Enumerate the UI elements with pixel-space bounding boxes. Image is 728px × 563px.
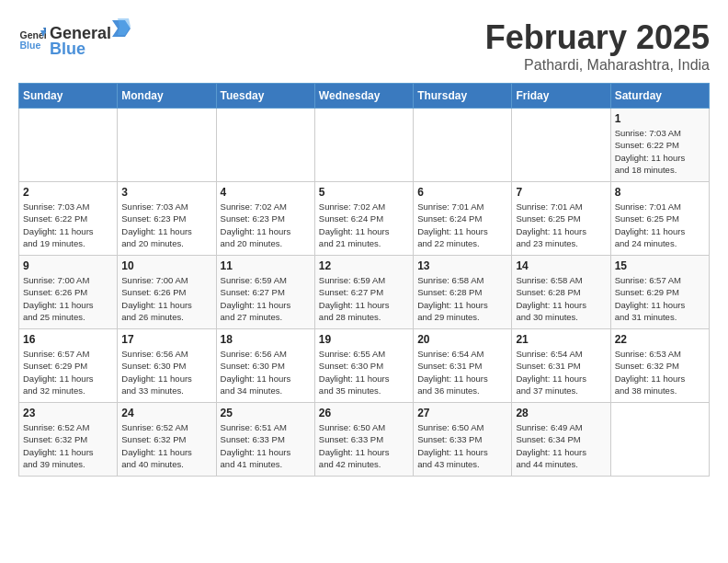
calendar-cell: 28Sunrise: 6:49 AM Sunset: 6:34 PM Dayli… xyxy=(512,403,610,477)
day-info: Sunrise: 6:56 AM Sunset: 6:30 PM Dayligh… xyxy=(121,348,211,396)
day-number: 14 xyxy=(516,259,606,272)
day-number: 7 xyxy=(516,186,606,199)
day-number: 9 xyxy=(23,259,113,272)
day-info: Sunrise: 7:00 AM Sunset: 6:26 PM Dayligh… xyxy=(23,274,113,323)
day-info: Sunrise: 6:57 AM Sunset: 6:29 PM Dayligh… xyxy=(23,348,113,396)
calendar-table: SundayMondayTuesdayWednesdayThursdayFrid… xyxy=(18,83,710,477)
day-number: 16 xyxy=(23,333,113,346)
svg-marker-5 xyxy=(118,18,131,35)
title-section: February 2025 Pathardi, Maharashtra, Ind… xyxy=(485,18,710,74)
day-info: Sunrise: 6:50 AM Sunset: 6:33 PM Dayligh… xyxy=(319,421,409,470)
day-number: 22 xyxy=(615,333,705,346)
weekday-header-monday: Monday xyxy=(118,84,216,109)
day-info: Sunrise: 6:57 AM Sunset: 6:29 PM Dayligh… xyxy=(615,274,705,323)
day-number: 27 xyxy=(417,407,507,419)
calendar-cell xyxy=(610,403,709,477)
calendar-cell: 17Sunrise: 6:56 AM Sunset: 6:30 PM Dayli… xyxy=(118,329,216,403)
day-info: Sunrise: 6:53 AM Sunset: 6:32 PM Dayligh… xyxy=(615,348,705,396)
calendar-cell: 3Sunrise: 7:03 AM Sunset: 6:23 PM Daylig… xyxy=(118,182,216,256)
calendar-cell: 11Sunrise: 6:59 AM Sunset: 6:27 PM Dayli… xyxy=(216,256,314,329)
day-number: 19 xyxy=(319,333,409,346)
weekday-header-row: SundayMondayTuesdayWednesdayThursdayFrid… xyxy=(19,84,710,109)
calendar-cell: 12Sunrise: 6:59 AM Sunset: 6:27 PM Dayli… xyxy=(314,256,413,329)
calendar-cell xyxy=(216,109,314,182)
calendar-cell xyxy=(414,109,512,182)
day-number: 4 xyxy=(221,186,311,199)
weekday-header-thursday: Thursday xyxy=(414,84,512,109)
logo-icon: General Blue xyxy=(18,25,46,52)
calendar-cell: 15Sunrise: 6:57 AM Sunset: 6:29 PM Dayli… xyxy=(610,256,709,329)
day-number: 26 xyxy=(319,407,409,419)
calendar-cell: 4Sunrise: 7:02 AM Sunset: 6:23 PM Daylig… xyxy=(216,182,314,256)
day-info: Sunrise: 6:59 AM Sunset: 6:27 PM Dayligh… xyxy=(221,274,311,323)
logo: General Blue General Blue xyxy=(18,18,131,59)
day-info: Sunrise: 6:56 AM Sunset: 6:30 PM Dayligh… xyxy=(221,348,311,396)
calendar-cell: 22Sunrise: 6:53 AM Sunset: 6:32 PM Dayli… xyxy=(610,329,709,403)
calendar-cell: 25Sunrise: 6:51 AM Sunset: 6:33 PM Dayli… xyxy=(216,403,314,477)
day-number: 5 xyxy=(319,186,409,199)
calendar-cell: 18Sunrise: 6:56 AM Sunset: 6:30 PM Dayli… xyxy=(216,329,314,403)
day-info: Sunrise: 7:02 AM Sunset: 6:23 PM Dayligh… xyxy=(221,201,311,249)
week-row-2: 2Sunrise: 7:03 AM Sunset: 6:22 PM Daylig… xyxy=(19,182,710,256)
calendar-cell: 20Sunrise: 6:54 AM Sunset: 6:31 PM Dayli… xyxy=(414,329,512,403)
calendar-cell xyxy=(118,109,216,182)
calendar-cell: 10Sunrise: 7:00 AM Sunset: 6:26 PM Dayli… xyxy=(118,256,216,329)
day-info: Sunrise: 7:01 AM Sunset: 6:25 PM Dayligh… xyxy=(615,201,705,249)
day-number: 2 xyxy=(23,186,113,199)
day-info: Sunrise: 6:51 AM Sunset: 6:33 PM Dayligh… xyxy=(221,421,311,470)
day-number: 21 xyxy=(516,333,606,346)
day-info: Sunrise: 6:49 AM Sunset: 6:34 PM Dayligh… xyxy=(516,421,606,470)
day-number: 6 xyxy=(417,186,507,199)
calendar-cell: 14Sunrise: 6:58 AM Sunset: 6:28 PM Dayli… xyxy=(512,256,610,329)
calendar-cell: 23Sunrise: 6:52 AM Sunset: 6:32 PM Dayli… xyxy=(19,403,118,477)
day-info: Sunrise: 6:59 AM Sunset: 6:27 PM Dayligh… xyxy=(319,274,409,323)
day-info: Sunrise: 7:00 AM Sunset: 6:26 PM Dayligh… xyxy=(121,274,211,323)
day-info: Sunrise: 7:03 AM Sunset: 6:22 PM Dayligh… xyxy=(615,127,705,176)
day-number: 12 xyxy=(319,259,409,272)
month-title: February 2025 xyxy=(485,18,710,57)
day-info: Sunrise: 6:54 AM Sunset: 6:31 PM Dayligh… xyxy=(516,348,606,396)
calendar-cell: 16Sunrise: 6:57 AM Sunset: 6:29 PM Dayli… xyxy=(19,329,118,403)
day-info: Sunrise: 6:52 AM Sunset: 6:32 PM Dayligh… xyxy=(121,421,211,470)
calendar-cell xyxy=(314,109,413,182)
week-row-1: 1Sunrise: 7:03 AM Sunset: 6:22 PM Daylig… xyxy=(19,109,710,182)
calendar-cell: 1Sunrise: 7:03 AM Sunset: 6:22 PM Daylig… xyxy=(610,109,709,182)
calendar-cell: 21Sunrise: 6:54 AM Sunset: 6:31 PM Dayli… xyxy=(512,329,610,403)
location-subtitle: Pathardi, Maharashtra, India xyxy=(485,57,710,74)
calendar-cell: 19Sunrise: 6:55 AM Sunset: 6:30 PM Dayli… xyxy=(314,329,413,403)
day-info: Sunrise: 7:03 AM Sunset: 6:23 PM Dayligh… xyxy=(121,201,211,249)
day-number: 15 xyxy=(615,259,705,272)
day-info: Sunrise: 6:55 AM Sunset: 6:30 PM Dayligh… xyxy=(319,348,409,396)
calendar-cell: 6Sunrise: 7:01 AM Sunset: 6:24 PM Daylig… xyxy=(414,182,512,256)
calendar-cell xyxy=(512,109,610,182)
day-number: 17 xyxy=(121,333,211,346)
day-number: 8 xyxy=(615,186,705,199)
weekday-header-sunday: Sunday xyxy=(19,84,118,109)
day-info: Sunrise: 6:50 AM Sunset: 6:33 PM Dayligh… xyxy=(417,421,507,470)
day-number: 10 xyxy=(121,259,211,272)
weekday-header-friday: Friday xyxy=(512,84,610,109)
calendar-cell xyxy=(19,109,118,182)
day-info: Sunrise: 6:54 AM Sunset: 6:31 PM Dayligh… xyxy=(417,348,507,396)
day-number: 18 xyxy=(221,333,311,346)
day-number: 20 xyxy=(417,333,507,346)
calendar-cell: 27Sunrise: 6:50 AM Sunset: 6:33 PM Dayli… xyxy=(414,403,512,477)
calendar-cell: 9Sunrise: 7:00 AM Sunset: 6:26 PM Daylig… xyxy=(19,256,118,329)
week-row-4: 16Sunrise: 6:57 AM Sunset: 6:29 PM Dayli… xyxy=(19,329,710,403)
calendar-cell: 8Sunrise: 7:01 AM Sunset: 6:25 PM Daylig… xyxy=(610,182,709,256)
day-number: 3 xyxy=(121,186,211,199)
logo-arrow-icon xyxy=(112,18,131,39)
calendar-cell: 13Sunrise: 6:58 AM Sunset: 6:28 PM Dayli… xyxy=(414,256,512,329)
calendar-cell: 5Sunrise: 7:02 AM Sunset: 6:24 PM Daylig… xyxy=(314,182,413,256)
weekday-header-tuesday: Tuesday xyxy=(216,84,314,109)
week-row-3: 9Sunrise: 7:00 AM Sunset: 6:26 PM Daylig… xyxy=(19,256,710,329)
calendar-cell: 26Sunrise: 6:50 AM Sunset: 6:33 PM Dayli… xyxy=(314,403,413,477)
day-number: 24 xyxy=(121,407,211,419)
day-number: 11 xyxy=(221,259,311,272)
day-number: 28 xyxy=(516,407,606,419)
weekday-header-saturday: Saturday xyxy=(610,84,709,109)
day-info: Sunrise: 7:03 AM Sunset: 6:22 PM Dayligh… xyxy=(23,201,113,249)
day-number: 13 xyxy=(417,259,507,272)
day-info: Sunrise: 7:02 AM Sunset: 6:24 PM Dayligh… xyxy=(319,201,409,249)
week-row-5: 23Sunrise: 6:52 AM Sunset: 6:32 PM Dayli… xyxy=(19,403,710,477)
